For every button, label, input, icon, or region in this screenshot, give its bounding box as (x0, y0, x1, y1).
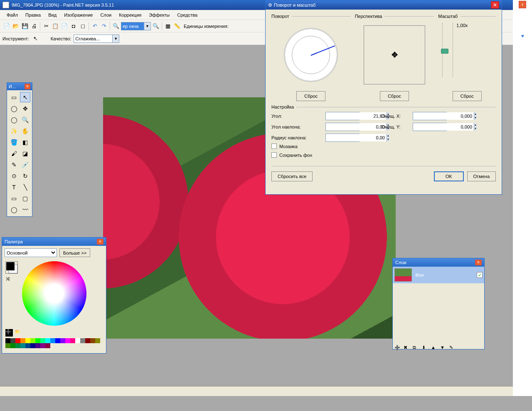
angle-input[interactable]: ▲▼ (325, 112, 360, 120)
swatch[interactable] (65, 338, 70, 343)
deselect-icon[interactable]: ◻ (79, 22, 87, 30)
palette-titlebar[interactable]: Палитра× (2, 238, 106, 246)
gradient-tool[interactable]: ◧ (20, 137, 30, 147)
rotate-wheel[interactable] (284, 28, 338, 82)
drawer-expand-icon[interactable]: ▾ (519, 32, 526, 38)
swatch[interactable] (75, 338, 80, 343)
tools-titlebar[interactable]: И...× (7, 83, 32, 90)
spin-down-icon[interactable]: ▼ (387, 138, 389, 141)
swatch[interactable] (10, 338, 15, 343)
print-icon[interactable]: 🖨 (30, 22, 38, 30)
crop-icon[interactable]: ◘ (69, 22, 78, 30)
swatch[interactable] (40, 343, 45, 348)
swatch[interactable] (15, 343, 20, 348)
picker-tool[interactable]: 💉 (20, 159, 30, 170)
perspective-control[interactable]: ✥ (364, 25, 425, 84)
swatch[interactable] (45, 343, 50, 348)
save-icon[interactable]: 💾 (21, 22, 29, 30)
reset-all-button[interactable]: Сбросить все (271, 171, 313, 181)
new-icon[interactable]: 📄 (2, 22, 11, 30)
palette-more-button[interactable]: Больше >> (59, 248, 90, 257)
ellipse-select-tool[interactable]: ◯ (9, 114, 19, 125)
spin-up-icon[interactable]: ▲ (387, 134, 389, 138)
spin-up-icon[interactable]: ▲ (474, 112, 477, 116)
swatch[interactable] (20, 343, 25, 348)
menu-image[interactable]: Изображение (61, 11, 96, 19)
swatch[interactable] (85, 338, 90, 343)
text-tool[interactable]: T (9, 182, 19, 192)
swatch[interactable] (30, 338, 35, 343)
zoomin-icon[interactable]: 🔍 (152, 22, 160, 30)
chevron-down-icon[interactable]: ▼ (112, 35, 119, 42)
spin-down-icon[interactable]: ▼ (474, 127, 477, 131)
layer-item[interactable]: Фон ✓ (393, 267, 484, 283)
move-selection-tool[interactable]: ✥ (20, 103, 30, 114)
swatch[interactable] (90, 338, 95, 343)
swatch[interactable] (35, 343, 40, 348)
drawer-collapse-icon[interactable]: ‹ (519, 1, 526, 8)
quality-combo[interactable]: ▼ (74, 35, 119, 43)
ellipse-tool[interactable]: ◯ (9, 204, 19, 215)
copy-icon[interactable]: 📋 (51, 22, 59, 30)
swatch-strip[interactable] (2, 338, 106, 351)
palette-menu-icon[interactable]: 📁 (15, 329, 22, 337)
rect-tool[interactable]: ▭ (9, 193, 19, 203)
delete-layer-icon[interactable]: ✖ (404, 345, 411, 352)
menu-tools[interactable]: Средства (174, 11, 201, 19)
swatch[interactable] (45, 338, 50, 343)
zoom-input[interactable] (121, 22, 144, 30)
color-wheel[interactable] (22, 261, 86, 326)
cancel-button[interactable]: Отмена (467, 171, 496, 181)
tilt-input[interactable]: ▲▼ (325, 123, 360, 131)
close-icon[interactable]: ✕ (491, 1, 499, 9)
rect-select-tool[interactable]: ▭ (9, 92, 19, 102)
swatch[interactable] (35, 338, 40, 343)
offy-input[interactable]: ▲▼ (413, 123, 447, 131)
add-layer-icon[interactable]: ➕ (394, 345, 402, 352)
properties-icon[interactable]: ✎ (449, 345, 457, 352)
reset-scale-button[interactable]: Сброс (453, 91, 482, 101)
line-tool[interactable]: ╲ (20, 182, 30, 192)
swap-icon[interactable]: ⤭ (5, 275, 18, 282)
close-icon[interactable]: × (25, 84, 30, 89)
bucket-tool[interactable]: 🪣 (9, 137, 19, 147)
swatch[interactable] (95, 338, 100, 343)
merge-down-icon[interactable]: ⬇ (422, 345, 429, 352)
close-icon[interactable]: × (97, 239, 103, 245)
open-icon[interactable]: 📂 (12, 22, 20, 30)
move-up-icon[interactable]: ▲ (431, 345, 438, 352)
swatch[interactable] (15, 338, 20, 343)
reset-perspective-button[interactable]: Сброс (380, 91, 409, 101)
swatch[interactable] (10, 343, 15, 348)
swatch[interactable] (5, 338, 10, 343)
eraser-tool[interactable]: ◪ (20, 148, 30, 158)
swatch[interactable] (5, 343, 10, 348)
freeform-tool[interactable]: 〰 (20, 204, 30, 215)
scale-slider[interactable] (442, 23, 453, 77)
swatch[interactable] (55, 338, 60, 343)
ok-button[interactable]: OK (434, 171, 464, 181)
layers-window[interactable]: Слои× Фон ✓ ➕ ✖ ⧉ ⬇ ▲ ▼ ✎ (392, 258, 485, 349)
chevron-down-icon[interactable]: ▼ (144, 22, 150, 30)
radius-input[interactable]: ▲▼ (325, 134, 360, 142)
recolor-tool[interactable]: ↻ (20, 171, 30, 181)
move-tool[interactable]: ↖ (20, 92, 30, 102)
quality-value[interactable] (74, 35, 112, 42)
swatch[interactable] (25, 338, 30, 343)
swatch[interactable] (60, 338, 65, 343)
grid-icon[interactable]: ▦ (164, 22, 172, 30)
rotate-zoom-dialog[interactable]: ⚙ Поворот и масштаб ✕ Поворот Сброс Перс… (265, 0, 502, 195)
duplicate-layer-icon[interactable]: ⧉ (413, 345, 420, 352)
mosaic-checkbox[interactable] (271, 144, 277, 149)
menu-layers[interactable]: Слои (97, 11, 115, 19)
swatch[interactable] (20, 338, 25, 343)
palette-window[interactable]: Палитра× Основной Больше >> ⤭ ➕ 📁 (2, 237, 106, 354)
lasso-tool[interactable]: ◯ (9, 103, 19, 114)
pencil-tool[interactable]: ✎ (9, 159, 19, 170)
tools-window[interactable]: И...× ▭ ↖ ◯ ✥ ◯ 🔍 ✨ ✋ 🪣 ◧ 🖌 ◪ ✎ 💉 ⊙ ↻ T … (7, 82, 32, 217)
swatch[interactable] (70, 338, 75, 343)
brush-tool[interactable]: 🖌 (9, 148, 19, 158)
ruler-icon[interactable]: 📏 (173, 22, 181, 30)
zoom-combo[interactable]: ▼ (121, 22, 151, 30)
swatch[interactable] (25, 343, 30, 348)
